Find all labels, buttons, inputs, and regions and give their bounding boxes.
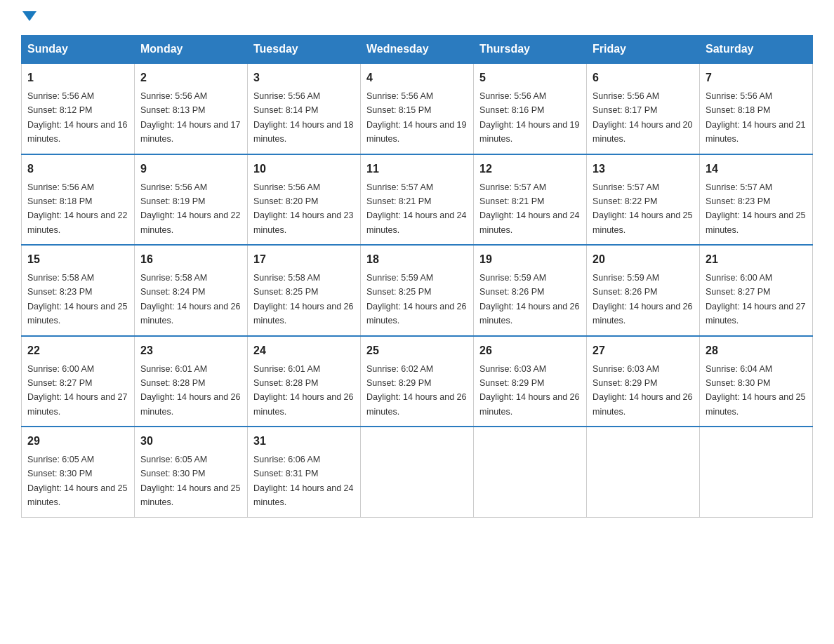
calendar-cell: 19 Sunrise: 5:59 AMSunset: 8:26 PMDaylig… bbox=[474, 245, 587, 336]
day-number: 31 bbox=[253, 433, 355, 450]
day-number: 19 bbox=[479, 251, 581, 268]
calendar-cell: 11 Sunrise: 5:57 AMSunset: 8:21 PMDaylig… bbox=[361, 154, 474, 246]
column-header-saturday: Saturday bbox=[700, 36, 813, 64]
calendar-week-row: 22 Sunrise: 6:00 AMSunset: 8:27 PMDaylig… bbox=[22, 336, 813, 427]
day-info: Sunrise: 6:05 AMSunset: 8:30 PMDaylight:… bbox=[27, 455, 127, 507]
day-number: 4 bbox=[366, 69, 468, 86]
day-number: 27 bbox=[593, 342, 694, 359]
day-number: 21 bbox=[706, 251, 807, 268]
calendar-cell: 1 Sunrise: 5:56 AMSunset: 8:12 PMDayligh… bbox=[22, 63, 135, 154]
day-info: Sunrise: 5:59 AMSunset: 8:26 PMDaylight:… bbox=[593, 273, 692, 326]
calendar-week-row: 15 Sunrise: 5:58 AMSunset: 8:23 PMDaylig… bbox=[22, 245, 813, 336]
calendar-cell bbox=[361, 427, 474, 517]
day-info: Sunrise: 5:56 AMSunset: 8:14 PMDaylight:… bbox=[253, 91, 353, 144]
day-number: 11 bbox=[366, 161, 468, 177]
day-info: Sunrise: 6:02 AMSunset: 8:29 PMDaylight:… bbox=[366, 364, 466, 417]
day-number: 28 bbox=[706, 342, 807, 359]
calendar-cell: 30 Sunrise: 6:05 AMSunset: 8:30 PMDaylig… bbox=[135, 427, 248, 517]
day-info: Sunrise: 5:56 AMSunset: 8:12 PMDaylight:… bbox=[27, 91, 127, 144]
calendar-week-row: 29 Sunrise: 6:05 AMSunset: 8:30 PMDaylig… bbox=[22, 427, 813, 517]
day-info: Sunrise: 6:00 AMSunset: 8:27 PMDaylight:… bbox=[27, 364, 127, 417]
day-number: 24 bbox=[253, 342, 355, 359]
column-header-friday: Friday bbox=[587, 36, 700, 64]
calendar-cell: 2 Sunrise: 5:56 AMSunset: 8:13 PMDayligh… bbox=[135, 63, 248, 154]
day-number: 26 bbox=[479, 342, 581, 359]
calendar-cell: 28 Sunrise: 6:04 AMSunset: 8:30 PMDaylig… bbox=[700, 336, 813, 427]
calendar-cell: 15 Sunrise: 5:58 AMSunset: 8:23 PMDaylig… bbox=[22, 245, 135, 336]
day-number: 25 bbox=[366, 342, 468, 359]
logo-arrow-icon bbox=[22, 11, 37, 21]
calendar-week-row: 8 Sunrise: 5:56 AMSunset: 8:18 PMDayligh… bbox=[22, 154, 813, 246]
day-info: Sunrise: 5:56 AMSunset: 8:15 PMDaylight:… bbox=[366, 91, 466, 144]
calendar-cell: 18 Sunrise: 5:59 AMSunset: 8:25 PMDaylig… bbox=[361, 245, 474, 336]
calendar-cell: 9 Sunrise: 5:56 AMSunset: 8:19 PMDayligh… bbox=[135, 154, 248, 246]
day-info: Sunrise: 5:59 AMSunset: 8:26 PMDaylight:… bbox=[479, 273, 579, 326]
day-info: Sunrise: 5:56 AMSunset: 8:13 PMDaylight:… bbox=[140, 91, 240, 144]
day-info: Sunrise: 5:56 AMSunset: 8:16 PMDaylight:… bbox=[479, 91, 579, 144]
calendar-cell: 5 Sunrise: 5:56 AMSunset: 8:16 PMDayligh… bbox=[474, 63, 587, 154]
calendar-cell: 12 Sunrise: 5:57 AMSunset: 8:21 PMDaylig… bbox=[474, 154, 587, 246]
day-info: Sunrise: 5:56 AMSunset: 8:17 PMDaylight:… bbox=[593, 91, 692, 144]
calendar-cell: 14 Sunrise: 5:57 AMSunset: 8:23 PMDaylig… bbox=[700, 154, 813, 246]
day-info: Sunrise: 6:00 AMSunset: 8:27 PMDaylight:… bbox=[706, 273, 805, 326]
calendar-header-row: SundayMondayTuesdayWednesdayThursdayFrid… bbox=[22, 36, 813, 64]
calendar-cell: 22 Sunrise: 6:00 AMSunset: 8:27 PMDaylig… bbox=[22, 336, 135, 427]
day-number: 29 bbox=[27, 433, 128, 450]
day-number: 1 bbox=[27, 69, 128, 86]
calendar-cell bbox=[474, 427, 587, 517]
day-number: 14 bbox=[706, 161, 807, 177]
column-header-sunday: Sunday bbox=[22, 36, 135, 64]
column-header-thursday: Thursday bbox=[474, 36, 587, 64]
calendar-cell: 7 Sunrise: 5:56 AMSunset: 8:18 PMDayligh… bbox=[700, 63, 813, 154]
day-info: Sunrise: 5:57 AMSunset: 8:21 PMDaylight:… bbox=[479, 182, 579, 235]
day-info: Sunrise: 6:03 AMSunset: 8:29 PMDaylight:… bbox=[593, 364, 692, 417]
day-number: 6 bbox=[593, 69, 694, 86]
calendar-cell: 31 Sunrise: 6:06 AMSunset: 8:31 PMDaylig… bbox=[248, 427, 361, 517]
calendar-cell: 27 Sunrise: 6:03 AMSunset: 8:29 PMDaylig… bbox=[587, 336, 700, 427]
day-number: 2 bbox=[140, 69, 241, 86]
calendar-cell: 20 Sunrise: 5:59 AMSunset: 8:26 PMDaylig… bbox=[587, 245, 700, 336]
day-number: 12 bbox=[479, 161, 581, 177]
day-info: Sunrise: 5:56 AMSunset: 8:20 PMDaylight:… bbox=[253, 182, 353, 235]
day-info: Sunrise: 6:05 AMSunset: 8:30 PMDaylight:… bbox=[140, 455, 240, 507]
calendar-cell: 29 Sunrise: 6:05 AMSunset: 8:30 PMDaylig… bbox=[22, 427, 135, 517]
logo bbox=[21, 14, 37, 24]
day-info: Sunrise: 5:57 AMSunset: 8:23 PMDaylight:… bbox=[706, 182, 805, 235]
calendar-cell: 10 Sunrise: 5:56 AMSunset: 8:20 PMDaylig… bbox=[248, 154, 361, 246]
day-info: Sunrise: 5:58 AMSunset: 8:25 PMDaylight:… bbox=[253, 273, 353, 326]
column-header-monday: Monday bbox=[135, 36, 248, 64]
calendar-cell: 3 Sunrise: 5:56 AMSunset: 8:14 PMDayligh… bbox=[248, 63, 361, 154]
day-number: 22 bbox=[27, 342, 128, 359]
day-number: 30 bbox=[140, 433, 241, 450]
calendar-table: SundayMondayTuesdayWednesdayThursdayFrid… bbox=[21, 35, 813, 518]
column-header-tuesday: Tuesday bbox=[248, 36, 361, 64]
day-info: Sunrise: 5:56 AMSunset: 8:18 PMDaylight:… bbox=[27, 182, 127, 235]
calendar-cell: 4 Sunrise: 5:56 AMSunset: 8:15 PMDayligh… bbox=[361, 63, 474, 154]
day-number: 10 bbox=[253, 161, 355, 177]
calendar-cell: 6 Sunrise: 5:56 AMSunset: 8:17 PMDayligh… bbox=[587, 63, 700, 154]
day-info: Sunrise: 5:58 AMSunset: 8:24 PMDaylight:… bbox=[140, 273, 240, 326]
day-number: 3 bbox=[253, 69, 355, 86]
day-info: Sunrise: 6:03 AMSunset: 8:29 PMDaylight:… bbox=[479, 364, 579, 417]
day-info: Sunrise: 6:04 AMSunset: 8:30 PMDaylight:… bbox=[706, 364, 805, 417]
day-number: 9 bbox=[140, 161, 241, 177]
calendar-cell: 21 Sunrise: 6:00 AMSunset: 8:27 PMDaylig… bbox=[700, 245, 813, 336]
calendar-cell: 23 Sunrise: 6:01 AMSunset: 8:28 PMDaylig… bbox=[135, 336, 248, 427]
calendar-cell bbox=[700, 427, 813, 517]
day-info: Sunrise: 5:57 AMSunset: 8:22 PMDaylight:… bbox=[593, 182, 692, 235]
calendar-cell: 24 Sunrise: 6:01 AMSunset: 8:28 PMDaylig… bbox=[248, 336, 361, 427]
day-number: 13 bbox=[593, 161, 694, 177]
calendar-week-row: 1 Sunrise: 5:56 AMSunset: 8:12 PMDayligh… bbox=[22, 63, 813, 154]
calendar-cell bbox=[587, 427, 700, 517]
day-number: 5 bbox=[479, 69, 581, 86]
day-info: Sunrise: 6:01 AMSunset: 8:28 PMDaylight:… bbox=[253, 364, 353, 417]
calendar-cell: 26 Sunrise: 6:03 AMSunset: 8:29 PMDaylig… bbox=[474, 336, 587, 427]
day-info: Sunrise: 6:01 AMSunset: 8:28 PMDaylight:… bbox=[140, 364, 240, 417]
day-number: 15 bbox=[27, 251, 128, 268]
column-header-wednesday: Wednesday bbox=[361, 36, 474, 64]
calendar-cell: 25 Sunrise: 6:02 AMSunset: 8:29 PMDaylig… bbox=[361, 336, 474, 427]
calendar-cell: 17 Sunrise: 5:58 AMSunset: 8:25 PMDaylig… bbox=[248, 245, 361, 336]
day-number: 8 bbox=[27, 161, 128, 177]
day-info: Sunrise: 5:56 AMSunset: 8:19 PMDaylight:… bbox=[140, 182, 240, 235]
day-info: Sunrise: 6:06 AMSunset: 8:31 PMDaylight:… bbox=[253, 455, 353, 507]
